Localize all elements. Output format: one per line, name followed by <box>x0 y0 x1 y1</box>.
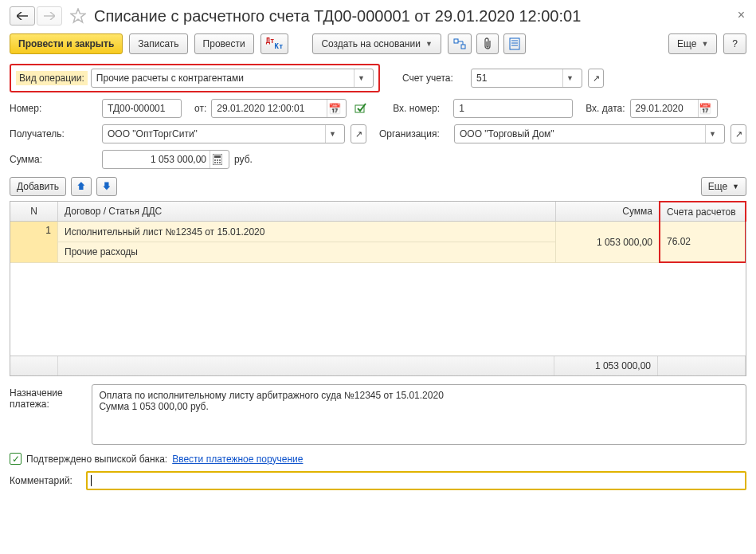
move-down-button[interactable]: 🡇 <box>96 177 117 196</box>
svg-point-14 <box>219 162 221 163</box>
payment-purpose-textarea[interactable]: Оплата по исполнительному листу арбитраж… <box>92 384 746 445</box>
svg-point-11 <box>219 159 221 161</box>
nav-back-button[interactable] <box>10 6 35 26</box>
attachments-button[interactable] <box>476 33 499 54</box>
in-number-label: Вх. номер: <box>393 103 449 114</box>
open-external-icon: ↗ <box>593 73 600 84</box>
in-date-input[interactable]: 29.01.2020 📅 <box>630 99 718 118</box>
close-icon[interactable]: × <box>738 8 745 22</box>
post-and-close-button[interactable]: Провести и закрыть <box>10 33 123 54</box>
chevron-down-icon[interactable]: ▼ <box>325 125 339 143</box>
svg-point-12 <box>214 162 216 163</box>
structure-button[interactable] <box>448 33 472 54</box>
svg-point-10 <box>217 159 218 161</box>
account-input[interactable]: 51 ▼ <box>471 69 582 88</box>
more-button[interactable]: Еще▼ <box>668 33 717 54</box>
date-input[interactable]: 29.01.2020 12:00:01 📅 <box>211 99 347 118</box>
svg-rect-0 <box>454 39 458 43</box>
op-type-label: Вид операции: <box>16 71 88 85</box>
calendar-icon[interactable]: 📅 <box>327 100 341 117</box>
arrow-left-icon <box>17 12 28 20</box>
nav-forward-button <box>37 6 62 26</box>
favorite-star-icon[interactable] <box>69 6 88 26</box>
dtkt-icon: Дт Кт <box>266 38 284 49</box>
account-label: Счет учета: <box>402 73 466 84</box>
paperclip-icon <box>482 37 493 50</box>
chevron-down-icon[interactable]: ▼ <box>705 125 719 143</box>
svg-point-9 <box>214 159 216 161</box>
payment-table: N Договор / Статья ДДС Сумма Счета расче… <box>10 201 746 376</box>
table-row[interactable]: 1 Исполнительный лист №12345 от 15.01.20… <box>10 222 746 263</box>
number-input[interactable]: ТД00-000001 <box>102 99 182 118</box>
payee-label: Получатель: <box>10 128 97 139</box>
table-total-sum: 1 053 000,00 <box>554 356 658 375</box>
table-more-button[interactable]: Еще▼ <box>701 177 746 196</box>
org-open-button[interactable]: ↗ <box>731 124 746 143</box>
from-label: от: <box>194 103 206 114</box>
in-date-label: Вх. дата: <box>586 103 625 114</box>
help-button[interactable]: ? <box>723 33 746 54</box>
page-title: Списание с расчетного счета ТД00-000001 … <box>94 7 581 26</box>
payee-open-button[interactable]: ↗ <box>351 124 366 143</box>
chevron-down-icon[interactable]: ▼ <box>354 69 368 87</box>
col-header-sum[interactable]: Сумма <box>556 202 660 221</box>
bank-confirmed-label: Подтверждено выпиской банка: <box>26 454 167 465</box>
in-number-input[interactable]: 1 <box>453 99 573 118</box>
enter-payment-order-link[interactable]: Ввести платежное поручение <box>172 454 303 465</box>
arrow-up-icon: 🡅 <box>76 181 86 192</box>
col-header-doc[interactable]: Договор / Статья ДДС <box>58 202 556 221</box>
move-up-button[interactable]: 🡅 <box>71 177 92 196</box>
svg-point-13 <box>217 162 218 163</box>
add-row-button[interactable]: Добавить <box>10 177 66 196</box>
org-input[interactable]: ООО "Торговый Дом" ▼ <box>454 124 725 143</box>
row-sum: 1 053 000,00 <box>597 237 652 248</box>
dtkt-button[interactable]: Дт Кт <box>260 33 289 54</box>
bank-confirmed-checkbox[interactable]: ✓ <box>10 453 22 465</box>
calendar-icon[interactable]: 📅 <box>698 100 712 117</box>
row-account: 76.02 <box>667 236 738 247</box>
chevron-down-icon[interactable]: ▼ <box>562 69 577 87</box>
col-header-n[interactable]: N <box>10 202 58 221</box>
op-type-select[interactable]: Прочие расчеты с контрагентами ▼ <box>91 69 374 88</box>
arrow-right-icon <box>44 12 55 20</box>
memo-label: Назначение платежа: <box>10 384 87 410</box>
report-button[interactable] <box>503 33 526 54</box>
write-button[interactable]: Записать <box>129 33 187 54</box>
calculator-icon[interactable] <box>210 151 224 168</box>
document-lines-icon <box>509 37 520 50</box>
sum-input[interactable]: 1 053 000,00 <box>102 150 229 169</box>
svg-rect-1 <box>461 45 465 49</box>
open-external-icon: ↗ <box>355 129 362 139</box>
arrow-down-icon: 🡇 <box>102 181 112 192</box>
row-dds: Прочие расходы <box>65 245 549 259</box>
comment-label: Комментарий: <box>10 475 81 486</box>
number-label: Номер: <box>10 103 97 114</box>
posted-icon <box>354 103 367 114</box>
op-type-group: Вид операции: Прочие расчеты с контраген… <box>10 64 380 92</box>
org-label: Организация: <box>379 128 449 139</box>
payee-input[interactable]: ООО "ОптТоргСити" ▼ <box>102 124 345 143</box>
col-header-acc[interactable]: Счета расчетов <box>659 201 746 222</box>
create-based-on-button[interactable]: Создать на основании▼ <box>312 33 441 54</box>
open-external-icon: ↗ <box>735 129 742 139</box>
svg-rect-8 <box>214 155 221 158</box>
row-contract: Исполнительный лист №12345 от 15.01.2020 <box>65 225 549 239</box>
link-structure-icon <box>453 38 466 49</box>
currency-label: руб. <box>234 154 253 165</box>
svg-rect-2 <box>510 38 519 49</box>
comment-input[interactable] <box>86 471 746 490</box>
sum-label: Сумма: <box>10 154 97 165</box>
row-number: 1 <box>45 225 51 236</box>
post-button[interactable]: Провести <box>194 33 254 54</box>
account-open-button[interactable]: ↗ <box>588 69 604 88</box>
